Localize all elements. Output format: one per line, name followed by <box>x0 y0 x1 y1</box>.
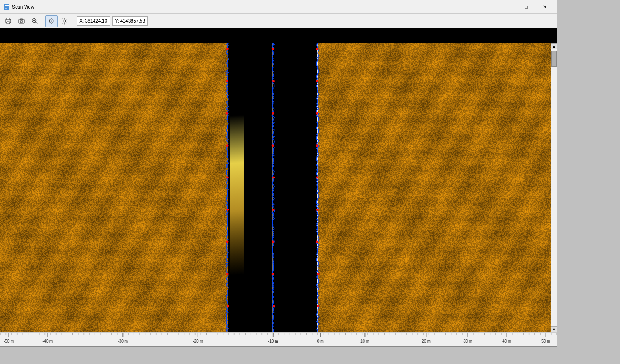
coord-x-label: X: <box>79 18 84 24</box>
screenshot-button[interactable] <box>15 15 28 27</box>
svg-rect-1 <box>5 5 9 6</box>
title-bar-left: Scan View <box>4 4 34 10</box>
sonar-canvas <box>0 43 551 332</box>
coord-y-label: Y: <box>115 18 119 24</box>
main-window: Scan View ─ □ ✕ <box>0 0 557 347</box>
window-icon <box>4 4 10 10</box>
svg-point-20 <box>51 20 52 21</box>
svg-point-21 <box>64 20 66 22</box>
header-band <box>0 28 557 43</box>
close-button[interactable]: ✕ <box>536 1 554 13</box>
svg-rect-3 <box>5 8 7 9</box>
crosshair-button[interactable] <box>45 15 58 27</box>
scroll-thumb[interactable] <box>551 51 557 67</box>
svg-rect-2 <box>5 7 9 7</box>
title-bar: Scan View ─ □ ✕ <box>0 0 557 14</box>
crosshair-icon <box>48 18 55 25</box>
camera-icon <box>18 18 25 25</box>
separator-1 <box>43 17 43 25</box>
svg-point-9 <box>20 20 23 23</box>
ruler-canvas <box>0 333 557 346</box>
gear-icon <box>61 18 68 25</box>
print-button[interactable] <box>2 15 14 27</box>
magnifier-button[interactable] <box>28 15 41 27</box>
svg-rect-5 <box>7 18 10 20</box>
lock-button[interactable] <box>58 15 71 27</box>
coord-y-value: 4243857.58 <box>120 18 145 24</box>
maximize-button[interactable]: □ <box>517 1 535 13</box>
separator-2 <box>73 17 73 25</box>
coord-x-value: 361424.10 <box>85 18 107 24</box>
coord-x-field: X: 361424.10 <box>77 16 110 26</box>
printer-icon <box>5 18 12 25</box>
ruler <box>0 332 557 346</box>
coord-y-field: Y: 4243857.58 <box>112 16 148 26</box>
magnifier-icon <box>31 18 38 25</box>
scrollbar: ▲ ▼ <box>551 43 557 332</box>
scan-canvas[interactable] <box>0 43 551 332</box>
toolbar: X: 361424.10 Y: 4243857.58 <box>0 14 557 28</box>
minimize-button[interactable]: ─ <box>498 1 516 13</box>
scroll-down-arrow[interactable]: ▼ <box>551 326 557 332</box>
svg-rect-6 <box>7 22 10 24</box>
svg-line-12 <box>36 22 38 24</box>
window-title: Scan View <box>12 4 34 10</box>
svg-point-7 <box>10 20 11 21</box>
scroll-up-arrow[interactable]: ▲ <box>551 43 557 49</box>
title-bar-buttons: ─ □ ✕ <box>498 1 554 13</box>
